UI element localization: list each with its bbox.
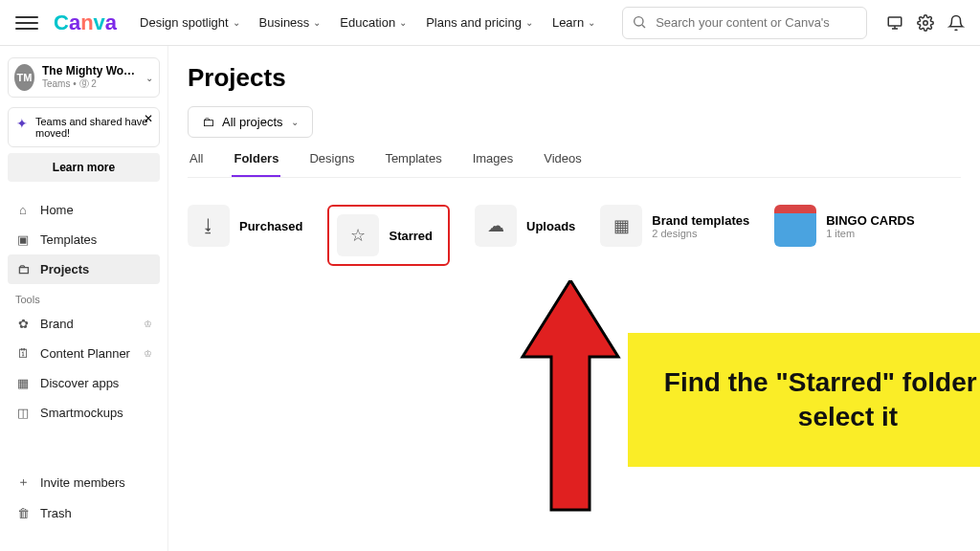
chevron-down-icon: ⌄ [291, 117, 299, 127]
chevron-down-icon: ⌄ [399, 17, 407, 28]
grid-icon: ▦ [600, 205, 642, 247]
desktop-icon[interactable] [886, 14, 903, 32]
hamburger-menu-icon[interactable] [15, 11, 38, 34]
nav-education[interactable]: Education⌄ [340, 15, 407, 30]
team-switcher[interactable]: TM The Mighty WordS... Teams • ⓖ 2 ⌄ [8, 57, 160, 98]
tab-templates[interactable]: Templates [383, 151, 443, 177]
svg-point-0 [635, 16, 643, 25]
search-input[interactable] [622, 7, 867, 39]
top-nav: Design spotlight⌄ Business⌄ Education⌄ P… [140, 15, 595, 30]
svg-marker-6 [523, 280, 618, 510]
download-icon: ⭳ [188, 205, 230, 247]
gear-icon[interactable] [917, 14, 934, 32]
sidebar-item-label: Templates [40, 232, 97, 247]
team-name: The Mighty WordS... [42, 64, 138, 77]
sidebar-item-content-planner[interactable]: 🗓Content Planner♔ [8, 339, 160, 368]
sparkle-icon: ✦ [16, 116, 28, 139]
crown-icon: ♔ [144, 348, 152, 359]
mockup-icon: ◫ [15, 406, 31, 420]
upload-icon: ☁ [475, 205, 517, 247]
learn-more-button[interactable]: Learn more [8, 153, 160, 182]
sidebar-item-templates[interactable]: ▣Templates [8, 225, 160, 254]
page-title: Projects [188, 63, 961, 93]
top-icons [886, 14, 965, 32]
folder-brand-templates[interactable]: ▦ Brand templates 2 designs [600, 205, 749, 247]
search-icon [632, 14, 647, 30]
sidebar-item-invite[interactable]: ＋Invite members [8, 466, 160, 498]
projects-filter-dropdown[interactable]: 🗀 All projects ⌄ [188, 106, 313, 138]
folder-starred[interactable]: ☆ Starred [327, 205, 450, 266]
nav-design-spotlight[interactable]: Design spotlight⌄ [140, 15, 240, 30]
bingo-thumbnail [774, 205, 816, 247]
home-icon: ⌂ [15, 203, 31, 217]
nav-plans[interactable]: Plans and pricing⌄ [426, 15, 533, 30]
svg-point-5 [924, 20, 928, 25]
tab-folders[interactable]: Folders [232, 151, 280, 177]
folder-icon: 🗀 [202, 115, 214, 129]
canva-logo[interactable]: Canva [54, 11, 117, 35]
sidebar-item-discover-apps[interactable]: ▦Discover apps [8, 368, 160, 398]
sidebar-item-label: Brand [40, 317, 74, 331]
team-sub: Teams • ⓖ 2 [42, 77, 138, 91]
folder-uploads[interactable]: ☁ Uploads [475, 205, 575, 247]
folder-label: BINGO CARDS [826, 213, 914, 228]
sidebar-item-projects[interactable]: 🗀Projects [8, 254, 160, 284]
tab-all[interactable]: All [188, 151, 205, 177]
sidebar-item-label: Content Planner [40, 346, 130, 361]
dropdown-label: All projects [222, 115, 283, 129]
star-icon: ☆ [337, 214, 379, 256]
folder-label: Brand templates [652, 213, 749, 228]
folders-row: ⭳ Purchased ☆ Starred ☁ Uploads ▦ Brand … [188, 205, 961, 266]
svg-rect-2 [888, 17, 902, 26]
calendar-icon: 🗓 [15, 346, 31, 361]
folder-purchased[interactable]: ⭳ Purchased [188, 205, 302, 247]
main-content: Projects 🗀 All projects ⌄ All Folders De… [168, 46, 980, 551]
info-banner: ✦ Teams and shared have moved! ✕ [8, 107, 160, 147]
folder-label: Uploads [526, 219, 575, 233]
close-icon[interactable]: ✕ [144, 112, 153, 125]
trash-icon: 🗑 [15, 506, 31, 520]
sidebar-item-label: Home [40, 203, 74, 217]
folder-bingo-cards[interactable]: BINGO CARDS 1 item [774, 205, 914, 247]
topbar: Canva Design spotlight⌄ Business⌄ Educat… [0, 0, 980, 46]
tools-heading: Tools [15, 294, 160, 305]
bell-icon[interactable] [947, 14, 965, 32]
nav-learn[interactable]: Learn⌄ [552, 15, 595, 30]
chevron-down-icon: ⌄ [313, 17, 321, 28]
chevron-down-icon: ⌄ [145, 73, 153, 83]
search-wrap [622, 7, 867, 39]
sidebar-item-trash[interactable]: 🗑Trash [8, 498, 160, 528]
tab-images[interactable]: Images [471, 151, 516, 177]
folder-label: Starred [389, 229, 433, 243]
svg-line-1 [642, 25, 645, 28]
sidebar-item-label: Trash [40, 506, 72, 520]
folder-sub: 1 item [826, 228, 914, 239]
annotation-callout: Find the "Starred" folder and select it [628, 333, 980, 467]
apps-icon: ▦ [15, 376, 31, 390]
folder-icon: 🗀 [15, 262, 31, 276]
sidebar-item-label: Invite members [40, 475, 125, 490]
tab-designs[interactable]: Designs [307, 151, 356, 177]
annotation-arrow [513, 280, 628, 529]
folder-label: Purchased [239, 219, 302, 233]
callout-text: Find the "Starred" folder and select it [647, 365, 980, 435]
tabs: All Folders Designs Templates Images Vid… [188, 151, 961, 178]
sidebar-item-label: Discover apps [40, 376, 119, 390]
crown-icon: ♔ [144, 319, 152, 329]
tab-videos[interactable]: Videos [542, 151, 584, 177]
chevron-down-icon: ⌄ [525, 17, 533, 28]
sidebar: TM The Mighty WordS... Teams • ⓖ 2 ⌄ ✦ T… [0, 46, 168, 551]
sidebar-item-label: Projects [40, 262, 89, 276]
banner-text: Teams and shared have moved! [35, 116, 151, 139]
folder-sub: 2 designs [652, 228, 749, 239]
avatar: TM [14, 64, 34, 91]
brand-icon: ✿ [15, 317, 31, 331]
chevron-down-icon: ⌄ [233, 17, 240, 28]
template-icon: ▣ [15, 232, 31, 247]
sidebar-item-smartmockups[interactable]: ◫Smartmockups [8, 398, 160, 428]
sidebar-item-brand[interactable]: ✿Brand♔ [8, 309, 160, 339]
sidebar-item-label: Smartmockups [40, 406, 123, 420]
sidebar-item-home[interactable]: ⌂Home [8, 195, 160, 225]
chevron-down-icon: ⌄ [588, 17, 595, 28]
nav-business[interactable]: Business⌄ [259, 15, 322, 30]
